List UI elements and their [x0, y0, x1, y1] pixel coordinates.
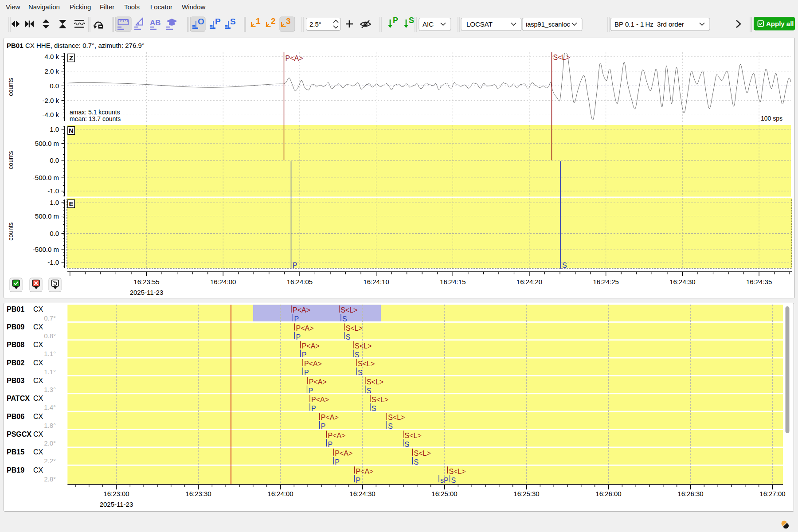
svg-text:Picking: Picking — [70, 3, 91, 11]
svg-text:View: View — [6, 3, 20, 11]
svg-text:LOCSAT: LOCSAT — [466, 20, 493, 28]
svg-text:P<A>: P<A> — [328, 432, 345, 439]
svg-text:P<A>: P<A> — [356, 468, 373, 475]
svg-text:16:25:00: 16:25:00 — [431, 490, 457, 497]
svg-text:S: S — [409, 16, 414, 25]
svg-text:2: 2 — [271, 16, 276, 26]
svg-text:500.0 m: 500.0 m — [35, 140, 59, 147]
svg-text:2025-11-23: 2025-11-23 — [100, 501, 133, 508]
svg-text:Tools: Tools — [124, 3, 140, 11]
svg-text:S<L>: S<L> — [372, 396, 388, 403]
svg-text:mean: 13.7 counts: mean: 13.7 counts — [70, 115, 121, 122]
svg-text:0.8°: 0.8° — [44, 332, 56, 340]
svg-text:S: S — [367, 387, 372, 395]
svg-text:P<A>: P<A> — [293, 306, 310, 314]
svg-text:P<A>: P<A> — [304, 360, 322, 368]
svg-text:2025-11-23: 2025-11-23 — [130, 289, 164, 296]
svg-text:S: S — [358, 369, 363, 376]
svg-text:P<A>: P<A> — [309, 378, 327, 386]
svg-text:CX: CX — [33, 305, 43, 313]
svg-text:16:24:30: 16:24:30 — [669, 278, 695, 286]
svg-text:P<A>: P<A> — [302, 342, 320, 350]
svg-text:Navigation: Navigation — [28, 3, 60, 11]
svg-text:4.0 k: 4.0 k — [44, 53, 59, 60]
svg-text:16:24:05: 16:24:05 — [287, 278, 313, 286]
svg-text:P<A>: P<A> — [321, 414, 339, 421]
svg-text:CX: CX — [33, 359, 43, 367]
svg-text:PB01: PB01 — [7, 42, 23, 49]
svg-text:PB19: PB19 — [7, 466, 24, 474]
svg-text:PB02: PB02 — [7, 359, 24, 367]
svg-text:P: P — [311, 405, 316, 412]
svg-text:Apply all: Apply all — [766, 20, 794, 27]
svg-text:P: P — [328, 441, 332, 448]
svg-text:16:24:30: 16:24:30 — [349, 490, 375, 497]
svg-text:counts: counts — [7, 78, 14, 96]
svg-text:1.1°: 1.1° — [44, 350, 56, 357]
svg-text:16:23:00: 16:23:00 — [103, 490, 129, 497]
svg-text:CX: CX — [33, 323, 43, 331]
svg-text:counts: counts — [7, 222, 14, 240]
svg-text:S: S — [355, 351, 360, 359]
svg-text:-2.0 k: -2.0 k — [42, 97, 59, 104]
svg-text:S: S — [372, 405, 376, 412]
svg-text:2.8°: 2.8° — [44, 475, 56, 483]
svg-text:2.2°: 2.2° — [44, 457, 56, 465]
svg-text:0.0: 0.0 — [50, 82, 59, 90]
svg-text:HHE, distance: 0.7°, azimuth:: HHE, distance: 0.7°, azimuth: 276.9° — [36, 42, 145, 49]
svg-text:P: P — [309, 387, 313, 395]
svg-text:PATCX: PATCX — [7, 395, 30, 402]
svg-text:-500.0 m: -500.0 m — [33, 246, 59, 253]
svg-text:-500.0 m: -500.0 m — [33, 174, 59, 181]
svg-text:S<L>: S<L> — [414, 450, 431, 457]
svg-text:S<L>: S<L> — [358, 360, 375, 368]
svg-text:P: P — [296, 333, 301, 341]
svg-text:AIC: AIC — [422, 20, 434, 28]
svg-text:P<A>: P<A> — [286, 55, 303, 62]
svg-text:16:24:20: 16:24:20 — [516, 278, 542, 286]
svg-text:-1.0: -1.0 — [47, 258, 59, 266]
svg-text:O: O — [198, 17, 204, 26]
svg-text:16:25:30: 16:25:30 — [513, 490, 539, 497]
svg-text:P: P — [321, 422, 326, 430]
svg-text:P: P — [215, 17, 221, 26]
svg-text:P: P — [293, 262, 297, 269]
svg-text:CX: CX — [25, 42, 35, 49]
svg-text:S: S — [562, 262, 567, 269]
svg-text:iasp91_scanloc: iasp91_scanloc — [526, 21, 570, 28]
svg-text:0.7°: 0.7° — [44, 314, 56, 322]
svg-text:CX: CX — [33, 430, 43, 438]
svg-text:S: S — [346, 333, 351, 341]
svg-text:1.3°: 1.3° — [44, 386, 56, 393]
svg-text:1.4°: 1.4° — [44, 403, 56, 411]
svg-text:Filter: Filter — [100, 3, 114, 11]
svg-text:S: S — [230, 17, 236, 26]
svg-text:16:24:00: 16:24:00 — [210, 278, 236, 286]
svg-text:CX: CX — [33, 395, 43, 402]
svg-text:CX: CX — [33, 341, 43, 348]
svg-text:1.1°: 1.1° — [44, 368, 56, 376]
svg-text:0.0: 0.0 — [50, 230, 59, 237]
svg-text:16:26:00: 16:26:00 — [595, 490, 621, 497]
svg-text:PB06: PB06 — [7, 413, 24, 420]
svg-text:1.0: 1.0 — [50, 199, 59, 206]
svg-text:P<A>: P<A> — [311, 396, 329, 403]
svg-text:Locator: Locator — [150, 3, 172, 11]
svg-text:1.0: 1.0 — [50, 125, 59, 133]
svg-text:500.0 m: 500.0 m — [35, 212, 59, 220]
svg-text:3: 3 — [286, 16, 291, 26]
svg-text:16:26:30: 16:26:30 — [677, 490, 703, 497]
svg-text:BP 0.1 - 1 Hz 3rd order: BP 0.1 - 1 Hz 3rd order — [614, 20, 684, 28]
svg-text:16:24:15: 16:24:15 — [440, 278, 466, 286]
svg-text:CX: CX — [33, 377, 43, 384]
svg-text:16:24:35: 16:24:35 — [746, 278, 772, 286]
svg-text:16:24:00: 16:24:00 — [267, 490, 293, 497]
svg-text:S<L>: S<L> — [346, 325, 363, 332]
svg-text:P: P — [294, 315, 299, 323]
svg-text:S<L>: S<L> — [388, 414, 405, 421]
svg-text:P: P — [302, 351, 307, 359]
svg-text:-1.0: -1.0 — [47, 187, 59, 195]
svg-text:Window: Window — [182, 3, 206, 11]
svg-text:CX: CX — [33, 413, 43, 420]
svg-text:P: P — [304, 369, 309, 376]
